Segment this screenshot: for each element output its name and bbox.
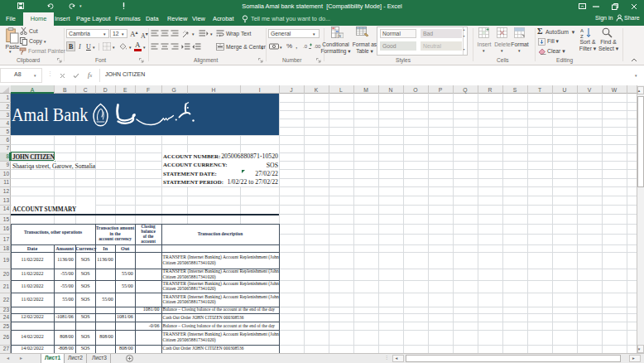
svg-text:.0: .0 [303, 44, 308, 49]
svg-text:Z: Z [580, 34, 584, 38]
svg-text:fx: fx [338, 33, 342, 38]
svg-text:A: A [580, 28, 584, 33]
